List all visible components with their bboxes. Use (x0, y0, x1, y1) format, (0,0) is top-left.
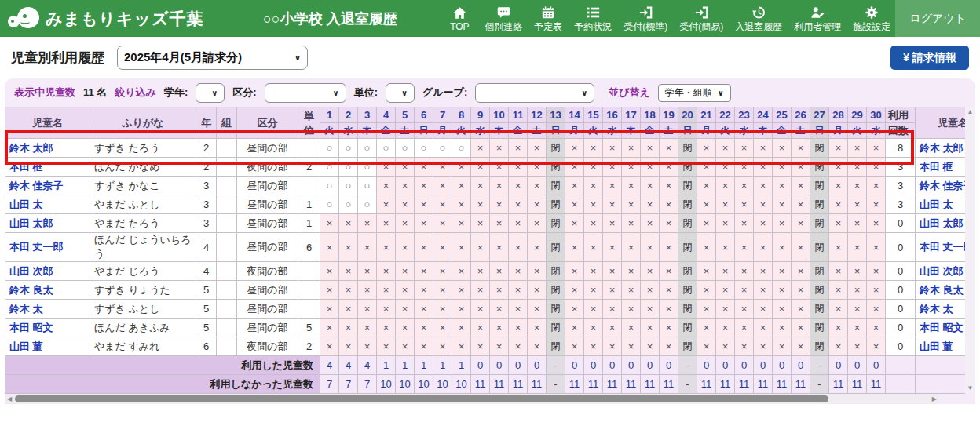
scroll-down-icon[interactable]: ▼ (967, 385, 974, 391)
scroll-right-icon[interactable]: ▶ (932, 396, 937, 402)
attendance-mark-cell: × (471, 158, 490, 177)
attendance-mark-cell: × (320, 262, 339, 281)
child-name-link-right[interactable]: 山田 太 (916, 195, 966, 214)
day-header: 6 (415, 107, 433, 123)
weekday-header: 土 (660, 123, 678, 139)
child-name-link[interactable]: 本田 昭文 (5, 319, 90, 337)
sort-select[interactable]: 学年・組順 ∨ (658, 84, 731, 102)
nav-item-user-management[interactable]: 利用者管理 (794, 4, 841, 34)
nav-item-individual-contact[interactable]: 個別連絡 (485, 4, 522, 34)
child-name-link-right[interactable]: 山田 太郎 (916, 214, 966, 233)
child-name-link[interactable]: 山田 菫 (5, 337, 90, 356)
child-name-link[interactable]: 本田 框 (5, 158, 90, 177)
logo-text: みまもりキッズ千葉 (46, 8, 203, 30)
group-select[interactable]: ∨ (475, 83, 594, 103)
nav-item-reception-simple[interactable]: 受付(簡易) (679, 4, 723, 34)
attendance-mark-cell: × (415, 195, 433, 214)
nav-item-top[interactable]: TOP (446, 5, 473, 32)
unit-cell: 2 (298, 158, 320, 177)
child-name-link[interactable]: 鈴木 太郎 (5, 139, 90, 158)
weekday-header: 金 (641, 123, 660, 139)
attendance-mark-cell: × (829, 158, 848, 177)
attendance-mark-cell: × (415, 300, 433, 319)
horizontal-scrollbar[interactable]: ◀ ▶ (5, 394, 939, 404)
child-name-link-right[interactable]: 本田 丈一郎 (916, 233, 966, 262)
attendance-mark-cell: × (471, 300, 490, 319)
attendance-mark-cell: × (565, 214, 584, 233)
summary-value-cell: - (547, 375, 565, 394)
scroll-up-icon[interactable]: ▲ (967, 109, 974, 115)
scrollbar-track[interactable] (15, 395, 929, 403)
summary-value-cell: 7 (358, 375, 377, 394)
attendance-table: 児童名ふりがな年組区分単位123456789101112131415161718… (5, 107, 965, 394)
nav-item-entry-exit-history[interactable]: 入退室履歴 (735, 4, 782, 34)
child-name-link[interactable]: 本田 丈一郎 (5, 233, 90, 262)
day-header: 14 (565, 107, 584, 123)
summary-value-cell: 0 (528, 356, 547, 375)
nav-item-reservation-status[interactable]: 予約状況 (574, 4, 612, 34)
child-name-link[interactable]: 鈴木 太 (5, 300, 90, 319)
attendance-mark-cell: 閉 (810, 195, 829, 214)
vertical-scrollbar[interactable]: ▲ ▼ (965, 107, 975, 394)
logout-button[interactable]: ログアウト (895, 0, 980, 37)
month-select[interactable]: 2025年4月(5月請求分) ∨ (117, 46, 308, 70)
summary-value-cell: 0 (641, 356, 660, 375)
child-name-link-right[interactable]: 鈴木 太郎 (916, 139, 966, 158)
child-name-link-right[interactable]: 鈴木 太 (916, 300, 966, 319)
category-select[interactable]: ∨ (265, 83, 346, 103)
attendance-mark-cell: × (528, 158, 547, 177)
child-name-link[interactable]: 鈴木 佳奈子 (5, 177, 90, 195)
child-name-link-right[interactable]: 鈴木 良太 (916, 281, 966, 300)
scrollbar-thumb[interactable] (15, 395, 828, 402)
child-name-link[interactable]: 鈴木 良太 (5, 281, 90, 300)
summary-value-cell: 11 (716, 375, 735, 394)
grade-cell: 6 (196, 337, 217, 356)
nav-item-facility-settings[interactable]: 施設設定 (853, 4, 890, 34)
summary-value-cell: 1 (377, 356, 396, 375)
weekday-header: 金 (509, 123, 528, 139)
attendance-mark-cell: × (377, 319, 396, 337)
child-name-link-right[interactable]: 山田 菫 (916, 337, 966, 356)
attendance-mark-cell: × (867, 158, 886, 177)
nav-item-reception-standard[interactable]: 受付(標準) (623, 4, 667, 34)
weekday-header: 土 (792, 123, 810, 139)
summary-value-cell: - (810, 356, 829, 375)
child-name-link[interactable]: 山田 太 (5, 195, 90, 214)
child-name-link-right[interactable]: 本田 框 (916, 158, 966, 177)
unit-select[interactable]: ∨ (386, 83, 415, 103)
summary-value-cell: 10 (377, 375, 396, 394)
attendance-mark-cell: × (735, 195, 754, 214)
attendance-mark-cell: 閉 (678, 319, 697, 337)
class-cell (217, 300, 237, 319)
attendance-mark-cell: 閉 (547, 177, 565, 195)
attendance-mark-cell: × (735, 214, 754, 233)
main-nav: TOP 個別連絡 予定表 予約状況 受付(標準) (446, 4, 895, 34)
attendance-mark-cell: × (490, 262, 509, 281)
attendance-mark-cell: × (509, 158, 528, 177)
child-name-link[interactable]: 山田 太郎 (5, 214, 90, 233)
attendance-mark-cell: × (848, 158, 867, 177)
usage-count-cell: 3 (886, 177, 916, 195)
attendance-mark-cell: × (320, 233, 339, 262)
day-header: 11 (509, 107, 528, 123)
attendance-mark-cell: × (339, 337, 358, 356)
day-header: 18 (641, 107, 660, 123)
scroll-left-icon[interactable]: ◀ (7, 396, 12, 402)
attendance-mark-cell: ○ (377, 139, 396, 158)
child-name-link-right[interactable]: 鈴木 佳奈子 (916, 177, 966, 195)
attendance-mark-cell: × (867, 195, 886, 214)
child-name-link[interactable]: 山田 次郎 (5, 262, 90, 281)
summary-tail-cell (886, 375, 916, 394)
attendance-mark-cell: × (716, 319, 735, 337)
attendance-mark-cell: × (396, 195, 415, 214)
grade-select[interactable]: ∨ (196, 83, 225, 103)
child-name-link-right[interactable]: 山田 次郎 (916, 262, 966, 281)
nav-item-schedule[interactable]: 予定表 (534, 4, 562, 34)
sort-label: 並び替え (609, 86, 650, 100)
summary-value-cell: 10 (415, 375, 433, 394)
day-header: 15 (584, 107, 603, 123)
day-header: 8 (452, 107, 471, 123)
child-name-link-right[interactable]: 本田 昭文 (916, 319, 966, 337)
billing-info-button[interactable]: ¥ 請求情報 (890, 46, 969, 70)
attendance-mark-cell: × (452, 158, 471, 177)
